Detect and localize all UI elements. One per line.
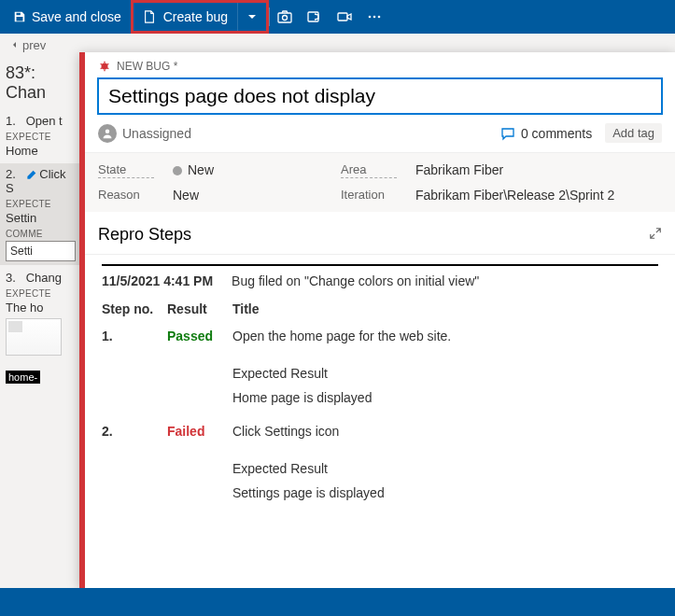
save-icon (13, 10, 26, 23)
step1-num: 1. (6, 114, 22, 128)
step1-expected: Home (6, 144, 79, 158)
avatar (98, 124, 117, 143)
svg-point-8 (105, 129, 110, 133)
repro-section-header: Repro Steps (85, 212, 675, 255)
bug-fields: State New Area Fabrikam Fiber Reason New… (85, 152, 675, 212)
row1-title: Open the home page for the web site. (232, 329, 658, 343)
more-icon (367, 9, 382, 24)
svg-point-5 (373, 16, 376, 19)
repro-timestamp: 11/5/2021 4:41 PM (102, 273, 213, 288)
assignee-picker[interactable]: Unassigned (98, 124, 191, 143)
toolbar: Save and close Create bug (0, 0, 675, 34)
row1-num: 1. (102, 329, 167, 405)
left-step-1[interactable]: 1. Open t EXPECTE Home (6, 108, 79, 163)
reason-value[interactable]: New (173, 188, 322, 203)
step2-comment-label: COMME (6, 229, 76, 239)
test-case-title: 83*: Chan (6, 63, 79, 108)
thumbnail-label: home- (6, 371, 40, 384)
right-meta: 0 comments Add tag (500, 123, 662, 143)
step2-expected-label: EXPECTE (6, 199, 76, 209)
repro-row-2: 2. Failed Click Settings icon Expected R… (102, 405, 658, 500)
video-button[interactable] (330, 0, 359, 34)
edit-icon (26, 170, 36, 180)
repro-steps-body[interactable]: 11/5/2021 4:41 PM Bug filed on "Change c… (85, 255, 675, 588)
step3-expected-label: EXPECTE (6, 288, 79, 299)
col-step: Step no. (102, 301, 167, 316)
prev-link[interactable]: prev (11, 38, 46, 52)
area-value[interactable]: Fabrikam Fiber (415, 162, 662, 178)
person-icon (102, 128, 113, 139)
expand-icon (649, 227, 662, 240)
row2-num: 2. (102, 424, 167, 500)
bug-type-label: NEW BUG * (117, 60, 177, 73)
svg-rect-2 (308, 12, 318, 21)
create-bug-button[interactable]: Create bug (134, 3, 237, 31)
iteration-value[interactable]: Fabrikam Fiber\Release 2\Sprint 2 (415, 188, 662, 203)
left-test-steps: 83*: Chan 1. Open t EXPECTE Home 2. Clic… (0, 56, 79, 588)
svg-point-4 (369, 16, 372, 19)
thumbnail-image[interactable] (6, 318, 62, 356)
repro-divider (102, 264, 658, 266)
repro-row-1: 1. Passed Open the home page for the web… (102, 321, 658, 405)
row2-expected: Settings page is displayed (232, 485, 658, 500)
action-button[interactable] (300, 0, 330, 34)
bottom-bar (0, 588, 675, 616)
bug-type-row: NEW BUG * (98, 60, 662, 73)
row2-expected-label: Expected Result (232, 461, 658, 476)
create-bug-label: Create bug (163, 9, 228, 24)
state-dot-icon (173, 166, 182, 175)
row2-title: Click Settings icon (232, 424, 658, 439)
camera-icon (277, 9, 292, 24)
comments-text: 0 comments (521, 126, 592, 141)
new-bug-panel: NEW BUG * Unassigned 0 comments Add tag (79, 52, 675, 588)
bug-icon (98, 60, 111, 73)
step3-expected: The ho (6, 301, 79, 315)
left-step-3[interactable]: 3. Chang EXPECTE The ho home- (6, 265, 79, 389)
record-icon (307, 9, 322, 24)
main-area: 83*: Chan 1. Open t EXPECTE Home 2. Clic… (0, 56, 675, 588)
step1-text: Open t (26, 114, 63, 128)
row2-body: Click Settings icon Expected Result Sett… (232, 424, 658, 500)
step3-text: Chang (26, 271, 62, 285)
chevron-left-icon (11, 41, 19, 49)
svg-point-1 (283, 16, 288, 21)
step2-comment-input[interactable]: Setti (6, 241, 76, 261)
comment-icon (500, 126, 515, 141)
row1-expected: Home page is displayed (232, 390, 658, 405)
svg-point-6 (378, 16, 381, 19)
row2-result: Failed (167, 424, 232, 500)
bug-title-input[interactable] (98, 78, 662, 114)
row1-expected-label: Expected Result (232, 366, 658, 381)
bug-meta-row: Unassigned 0 comments Add tag (98, 114, 662, 152)
repro-filed-on: Bug filed on "Change colors on initial v… (232, 273, 479, 288)
left-step-2[interactable]: 2. Click S EXPECTE Settin COMME Setti (0, 163, 79, 265)
bug-header: NEW BUG * Unassigned 0 comments Add tag (85, 52, 675, 152)
step2-expected: Settin (6, 211, 76, 225)
state-text: New (188, 162, 214, 177)
chevron-down-icon (247, 12, 257, 21)
document-icon (143, 10, 156, 23)
col-result: Result (167, 301, 232, 316)
step2-num: 2. (6, 167, 22, 181)
screenshot-button[interactable] (270, 0, 300, 34)
repro-meta: 11/5/2021 4:41 PM Bug filed on "Change c… (102, 273, 658, 288)
row1-body: Open the home page for the web site. Exp… (232, 329, 658, 405)
repro-title: Repro Steps (98, 225, 191, 245)
save-label: Save and close (32, 9, 121, 24)
svg-point-7 (102, 63, 108, 70)
comments-button[interactable]: 0 comments (500, 126, 592, 141)
more-button[interactable] (359, 0, 389, 34)
add-tag-button[interactable]: Add tag (605, 123, 662, 143)
svg-rect-3 (338, 13, 347, 21)
iteration-label: Iteration (341, 188, 397, 203)
create-bug-dropdown[interactable] (237, 3, 266, 31)
state-value[interactable]: New (173, 162, 322, 178)
assignee-text: Unassigned (122, 126, 191, 141)
step3-num: 3. (6, 271, 22, 285)
state-label: State (98, 162, 154, 178)
expand-button[interactable] (649, 225, 662, 245)
svg-rect-0 (278, 13, 291, 22)
save-and-close-button[interactable]: Save and close (4, 0, 131, 34)
prev-text: prev (22, 38, 46, 52)
create-bug-highlight: Create bug (131, 0, 269, 34)
